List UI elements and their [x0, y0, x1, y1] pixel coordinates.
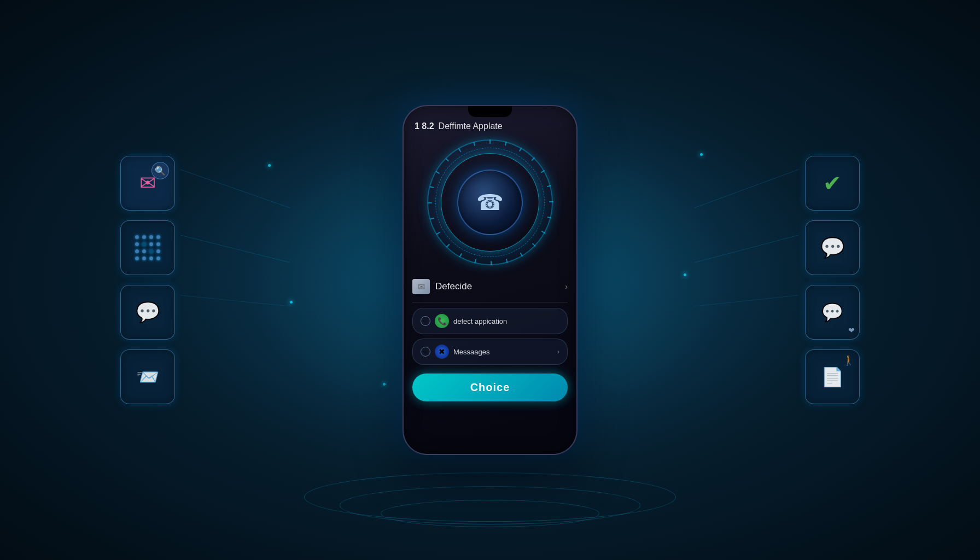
- menu-item-messages[interactable]: ○ ✖ Messaages ›: [412, 339, 568, 365]
- green-phone-icon: 📞: [435, 314, 449, 328]
- floor-rings: [299, 462, 681, 527]
- version-text: 1 8.2: [415, 121, 434, 131]
- dial-circle: ☎: [424, 137, 556, 268]
- phone-mockup: 1 8.2 Deffimte Applate: [402, 105, 578, 455]
- chat-bubble-card[interactable]: 💬: [120, 285, 175, 340]
- floor-ring-3: [304, 472, 676, 522]
- svg-line-3: [695, 170, 798, 208]
- phone-wrapper: 1 8.2 Deffimte Applate: [402, 105, 578, 455]
- open-envelope-card[interactable]: 📨: [120, 349, 175, 404]
- menu-envelope-icon: ✉: [412, 279, 430, 294]
- chat-bubble-icon: 💬: [136, 301, 160, 324]
- right-panel: ✔ 💬 💬 ❤ 📄 🚶: [805, 156, 860, 404]
- svg-line-0: [180, 170, 290, 208]
- spark-1: [268, 164, 271, 167]
- dots-pattern-card[interactable]: [120, 220, 175, 275]
- phone-header: 1 8.2 Deffimte Applate: [412, 121, 568, 131]
- messages-text: Messaages: [453, 348, 553, 356]
- checkmark-card[interactable]: ✔: [805, 156, 860, 211]
- floor-ring-1: [381, 500, 599, 527]
- phone-menu: ✉ Defecide › ○ 📞 defect appication ○ ✖ M…: [412, 277, 568, 401]
- floor-ring-2: [340, 486, 640, 524]
- menu-item-ring-icon: ○: [421, 316, 430, 326]
- default-app-text: defect appication: [453, 317, 559, 325]
- phone-screen: 1 8.2 Deffimte Applate: [404, 117, 576, 454]
- document-card[interactable]: 📄 🚶: [805, 349, 860, 404]
- menu-item-ring2-icon: ○: [421, 347, 430, 357]
- spark-2: [700, 153, 703, 156]
- walk-icon: 🚶: [843, 354, 855, 366]
- dots-grid-icon: [135, 235, 161, 261]
- menu-header-arrow: ›: [565, 282, 568, 291]
- choice-button[interactable]: Choice: [412, 374, 568, 401]
- svg-line-2: [180, 295, 290, 306]
- spark-5: [383, 383, 386, 386]
- heart-chat-icon: 💬: [821, 302, 843, 323]
- phone-notch: [468, 106, 512, 117]
- dial-center[interactable]: ☎: [457, 170, 523, 235]
- checkmark-icon: ✔: [823, 171, 842, 196]
- speech-bubble-card[interactable]: 💬: [805, 220, 860, 275]
- document-icon: 📄: [821, 366, 844, 388]
- svg-line-4: [695, 235, 798, 262]
- open-envelope-icon: 📨: [136, 366, 159, 388]
- menu-item-default-app[interactable]: ○ 📞 defect appication: [412, 308, 568, 334]
- menu-header-text: Defecide: [435, 281, 559, 292]
- menu-header-row: ✉ Defecide ›: [412, 277, 568, 296]
- speech-bubble-icon: 💬: [820, 236, 845, 259]
- left-panel: ✉ 🔍 💬 📨: [120, 156, 175, 404]
- svg-line-5: [695, 295, 798, 306]
- svg-line-1: [180, 235, 290, 262]
- messages-app-icon: ✖: [435, 345, 449, 359]
- header-title-text: Deffimte Applate: [439, 121, 503, 131]
- heart-overlay-icon: ❤: [848, 326, 855, 335]
- menu-divider: [412, 302, 568, 302]
- spark-4: [684, 273, 686, 276]
- mail-search-card[interactable]: ✉ 🔍: [120, 156, 175, 211]
- heart-chat-card[interactable]: 💬 ❤: [805, 285, 860, 340]
- spark-3: [290, 301, 293, 304]
- search-bubble-icon: 🔍: [151, 162, 169, 179]
- messages-arrow-icon: ›: [557, 348, 559, 355]
